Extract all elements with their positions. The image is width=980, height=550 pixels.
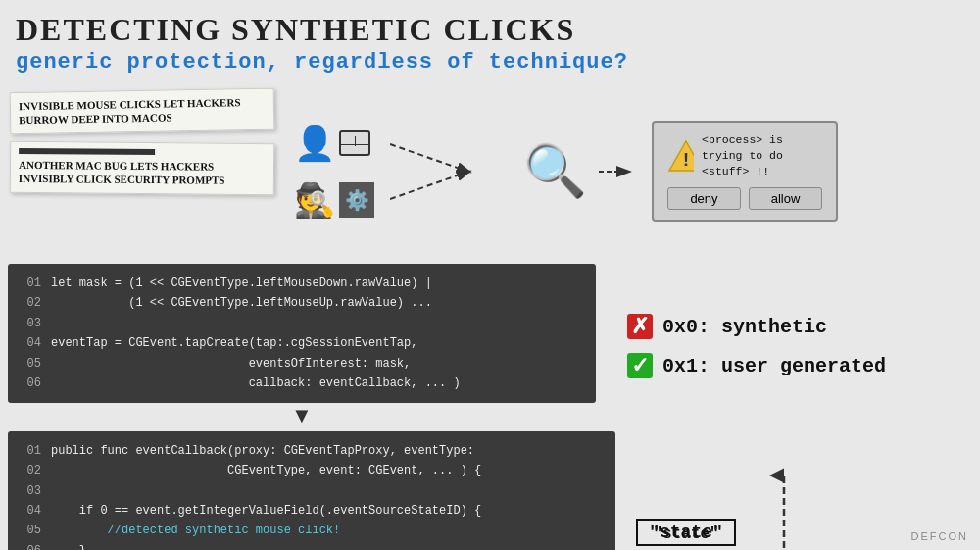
legend-area: ✗ 0x0: synthetic ✓ 0x1: user generated <box>608 264 896 429</box>
code-line-5: 05 eventsOfInterest: mask, <box>22 354 582 374</box>
bottom-line-3: 03 <box>22 481 602 501</box>
legend-item-2: ✓ 0x1: user generated <box>627 353 886 378</box>
deny-button[interactable]: deny <box>667 187 741 210</box>
hacker-icon: 🕵 <box>294 180 335 220</box>
user-figure: 👤 <box>294 124 374 163</box>
page-title: Detecting Synthetic Clicks <box>16 12 964 48</box>
dialog-buttons: deny allow <box>667 187 822 210</box>
code-line-4: 04 eventTap = CGEvent.tapCreate(tap:.cgS… <box>22 333 582 353</box>
dialog-box: ! <process> is trying to do <stuff> !! d… <box>652 121 838 222</box>
magnify-icon: 🔍 <box>523 141 587 201</box>
code-legend-row: 01 let mask = (1 << CGEventType.leftMous… <box>0 260 980 429</box>
legend-2-text: 0x1: user generated <box>662 355 886 377</box>
clipping-2-title: Another Mac Bug Lets Hackers Invisibly C… <box>19 157 266 187</box>
defcon-badge: DEFCON <box>911 530 968 542</box>
figures: 👤 🕵 ⚙️ <box>294 124 374 220</box>
person-icon: 👤 <box>294 124 335 163</box>
slide: Detecting Synthetic Clicks generic prote… <box>0 0 980 550</box>
code-line-1: 01 let mask = (1 << CGEventType.leftMous… <box>22 274 582 293</box>
page-subtitle: generic protection, regardless of techni… <box>16 50 964 75</box>
hacker-figure: 🕵 ⚙️ <box>294 180 374 220</box>
bottom-line-2: 02 CGEventType, event: CGEvent, ... ) { <box>22 461 602 480</box>
mouse-icon <box>339 130 370 156</box>
code-block-bottom: 01 public func eventCallback(proxy: CGEv… <box>8 431 615 550</box>
code-line-2: 02 (1 << CGEventType.leftMouseUp.rawValu… <box>22 293 582 313</box>
code-line-6: 06 callback: eventCallback, ... ) <box>22 374 582 393</box>
code-block-top: 01 let mask = (1 << CGEventType.leftMous… <box>8 264 596 403</box>
bottom-row: 01 public func eventCallback(proxy: CGEv… <box>0 429 980 550</box>
bottom-line-1: 01 public func eventCallback(proxy: CGEv… <box>22 441 602 461</box>
news-clippings-area: Invisible Mouse Clicks Let Hackers Burro… <box>0 82 284 260</box>
state-area: "state" "state" <box>627 431 823 550</box>
diagram-area: 👤 🕵 ⚙️ <box>284 82 980 260</box>
state-arrow-svg: "state" "state" <box>627 461 823 550</box>
header: Detecting Synthetic Clicks generic prote… <box>0 0 980 78</box>
down-arrow: ▼ <box>8 403 596 428</box>
code-top-wrapper: 01 let mask = (1 << CGEventType.leftMous… <box>8 264 596 429</box>
bottom-line-5: 05 //detected synthetic mouse click! <box>22 521 602 540</box>
svg-marker-3 <box>669 141 694 171</box>
warning-icon: ! <box>667 139 694 173</box>
clipping-1-title: Invisible Mouse Clicks Let Hackers Burro… <box>19 95 266 127</box>
check-icon: ✓ <box>627 353 653 378</box>
clipping-1: Invisible Mouse Clicks Let Hackers Burro… <box>10 88 275 134</box>
allow-button[interactable]: allow <box>749 187 822 210</box>
clipping-2: Another Mac Bug Lets Hackers Invisibly C… <box>10 140 274 194</box>
clipping-2-bar <box>19 147 155 154</box>
bottom-line-6: 06 } <box>22 541 602 550</box>
svg-line-1 <box>390 172 468 199</box>
dialog-text: <process> is trying to do <stuff> !! <box>702 132 822 179</box>
state-label: "state" <box>653 525 718 543</box>
legend-item-1: ✗ 0x0: synthetic <box>627 314 886 339</box>
svg-text:!: ! <box>683 150 689 170</box>
x-icon: ✗ <box>627 314 653 339</box>
code-line-3: 03 <box>22 314 582 333</box>
bottom-line-4: 04 if 0 == event.getIntegerValueField(.e… <box>22 501 602 521</box>
dialog-header: ! <process> is trying to do <stuff> !! <box>667 132 822 179</box>
arrow-to-dialog <box>599 162 638 181</box>
gear-icon: ⚙️ <box>339 182 374 218</box>
legend-1-text: 0x0: synthetic <box>662 316 827 338</box>
arrows-svg <box>390 123 508 221</box>
svg-line-0 <box>390 144 468 172</box>
